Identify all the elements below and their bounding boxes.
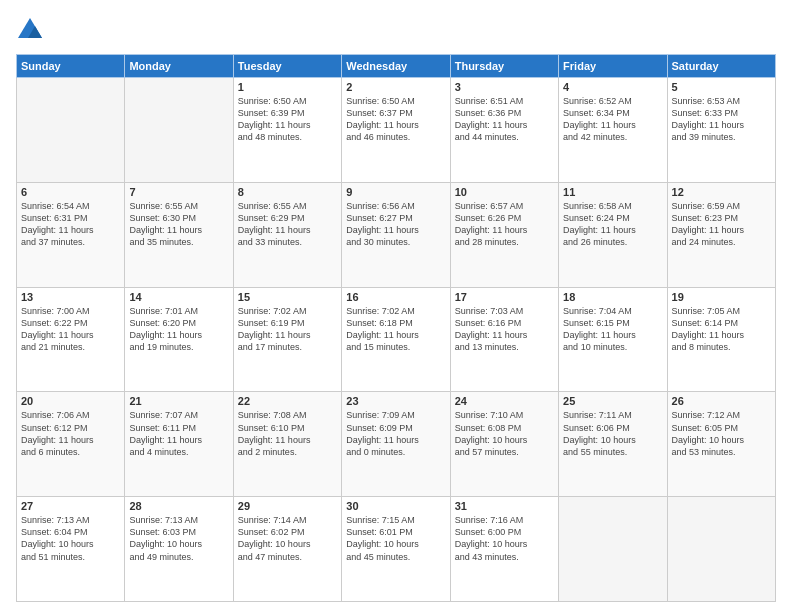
day-info: Sunrise: 7:08 AM Sunset: 6:10 PM Dayligh… bbox=[238, 409, 337, 458]
day-info: Sunrise: 7:02 AM Sunset: 6:19 PM Dayligh… bbox=[238, 305, 337, 354]
day-info: Sunrise: 6:51 AM Sunset: 6:36 PM Dayligh… bbox=[455, 95, 554, 144]
day-number: 19 bbox=[672, 291, 771, 303]
calendar-day-cell: 12Sunrise: 6:59 AM Sunset: 6:23 PM Dayli… bbox=[667, 182, 775, 287]
weekday-header-sunday: Sunday bbox=[17, 55, 125, 78]
weekday-header-thursday: Thursday bbox=[450, 55, 558, 78]
day-info: Sunrise: 6:50 AM Sunset: 6:39 PM Dayligh… bbox=[238, 95, 337, 144]
day-info: Sunrise: 6:55 AM Sunset: 6:29 PM Dayligh… bbox=[238, 200, 337, 249]
day-number: 16 bbox=[346, 291, 445, 303]
calendar-day-cell: 18Sunrise: 7:04 AM Sunset: 6:15 PM Dayli… bbox=[559, 287, 667, 392]
page: SundayMondayTuesdayWednesdayThursdayFrid… bbox=[0, 0, 792, 612]
day-info: Sunrise: 6:58 AM Sunset: 6:24 PM Dayligh… bbox=[563, 200, 662, 249]
day-number: 7 bbox=[129, 186, 228, 198]
day-info: Sunrise: 6:55 AM Sunset: 6:30 PM Dayligh… bbox=[129, 200, 228, 249]
calendar-day-cell: 5Sunrise: 6:53 AM Sunset: 6:33 PM Daylig… bbox=[667, 78, 775, 183]
calendar-day-cell bbox=[667, 497, 775, 602]
day-number: 15 bbox=[238, 291, 337, 303]
calendar-day-cell bbox=[559, 497, 667, 602]
day-number: 8 bbox=[238, 186, 337, 198]
calendar-day-cell: 19Sunrise: 7:05 AM Sunset: 6:14 PM Dayli… bbox=[667, 287, 775, 392]
day-number: 30 bbox=[346, 500, 445, 512]
calendar-day-cell: 24Sunrise: 7:10 AM Sunset: 6:08 PM Dayli… bbox=[450, 392, 558, 497]
day-number: 29 bbox=[238, 500, 337, 512]
day-info: Sunrise: 7:15 AM Sunset: 6:01 PM Dayligh… bbox=[346, 514, 445, 563]
day-info: Sunrise: 7:12 AM Sunset: 6:05 PM Dayligh… bbox=[672, 409, 771, 458]
day-info: Sunrise: 7:05 AM Sunset: 6:14 PM Dayligh… bbox=[672, 305, 771, 354]
day-info: Sunrise: 6:57 AM Sunset: 6:26 PM Dayligh… bbox=[455, 200, 554, 249]
calendar-day-cell: 14Sunrise: 7:01 AM Sunset: 6:20 PM Dayli… bbox=[125, 287, 233, 392]
day-info: Sunrise: 7:02 AM Sunset: 6:18 PM Dayligh… bbox=[346, 305, 445, 354]
calendar-day-cell: 16Sunrise: 7:02 AM Sunset: 6:18 PM Dayli… bbox=[342, 287, 450, 392]
day-number: 17 bbox=[455, 291, 554, 303]
day-info: Sunrise: 7:13 AM Sunset: 6:03 PM Dayligh… bbox=[129, 514, 228, 563]
calendar-day-cell: 23Sunrise: 7:09 AM Sunset: 6:09 PM Dayli… bbox=[342, 392, 450, 497]
day-number: 2 bbox=[346, 81, 445, 93]
calendar-day-cell: 6Sunrise: 6:54 AM Sunset: 6:31 PM Daylig… bbox=[17, 182, 125, 287]
calendar-week-row: 1Sunrise: 6:50 AM Sunset: 6:39 PM Daylig… bbox=[17, 78, 776, 183]
calendar-day-cell: 10Sunrise: 6:57 AM Sunset: 6:26 PM Dayli… bbox=[450, 182, 558, 287]
day-number: 24 bbox=[455, 395, 554, 407]
calendar-day-cell bbox=[17, 78, 125, 183]
calendar-day-cell: 26Sunrise: 7:12 AM Sunset: 6:05 PM Dayli… bbox=[667, 392, 775, 497]
day-number: 25 bbox=[563, 395, 662, 407]
day-number: 14 bbox=[129, 291, 228, 303]
day-info: Sunrise: 7:04 AM Sunset: 6:15 PM Dayligh… bbox=[563, 305, 662, 354]
day-number: 21 bbox=[129, 395, 228, 407]
day-number: 28 bbox=[129, 500, 228, 512]
logo bbox=[16, 16, 48, 44]
day-info: Sunrise: 6:56 AM Sunset: 6:27 PM Dayligh… bbox=[346, 200, 445, 249]
weekday-header-friday: Friday bbox=[559, 55, 667, 78]
header bbox=[16, 16, 776, 44]
calendar-day-cell: 20Sunrise: 7:06 AM Sunset: 6:12 PM Dayli… bbox=[17, 392, 125, 497]
day-number: 22 bbox=[238, 395, 337, 407]
calendar-day-cell: 2Sunrise: 6:50 AM Sunset: 6:37 PM Daylig… bbox=[342, 78, 450, 183]
day-number: 9 bbox=[346, 186, 445, 198]
day-info: Sunrise: 7:06 AM Sunset: 6:12 PM Dayligh… bbox=[21, 409, 120, 458]
day-info: Sunrise: 7:11 AM Sunset: 6:06 PM Dayligh… bbox=[563, 409, 662, 458]
calendar-day-cell: 3Sunrise: 6:51 AM Sunset: 6:36 PM Daylig… bbox=[450, 78, 558, 183]
weekday-header-wednesday: Wednesday bbox=[342, 55, 450, 78]
weekday-header-row: SundayMondayTuesdayWednesdayThursdayFrid… bbox=[17, 55, 776, 78]
day-number: 23 bbox=[346, 395, 445, 407]
weekday-header-tuesday: Tuesday bbox=[233, 55, 341, 78]
calendar-day-cell: 29Sunrise: 7:14 AM Sunset: 6:02 PM Dayli… bbox=[233, 497, 341, 602]
calendar-week-row: 13Sunrise: 7:00 AM Sunset: 6:22 PM Dayli… bbox=[17, 287, 776, 392]
day-number: 6 bbox=[21, 186, 120, 198]
day-number: 5 bbox=[672, 81, 771, 93]
day-info: Sunrise: 7:16 AM Sunset: 6:00 PM Dayligh… bbox=[455, 514, 554, 563]
calendar-day-cell: 4Sunrise: 6:52 AM Sunset: 6:34 PM Daylig… bbox=[559, 78, 667, 183]
day-info: Sunrise: 7:03 AM Sunset: 6:16 PM Dayligh… bbox=[455, 305, 554, 354]
calendar-day-cell bbox=[125, 78, 233, 183]
calendar-day-cell: 27Sunrise: 7:13 AM Sunset: 6:04 PM Dayli… bbox=[17, 497, 125, 602]
calendar-day-cell: 9Sunrise: 6:56 AM Sunset: 6:27 PM Daylig… bbox=[342, 182, 450, 287]
calendar-table: SundayMondayTuesdayWednesdayThursdayFrid… bbox=[16, 54, 776, 602]
day-number: 10 bbox=[455, 186, 554, 198]
calendar-day-cell: 1Sunrise: 6:50 AM Sunset: 6:39 PM Daylig… bbox=[233, 78, 341, 183]
calendar-day-cell: 25Sunrise: 7:11 AM Sunset: 6:06 PM Dayli… bbox=[559, 392, 667, 497]
day-info: Sunrise: 6:50 AM Sunset: 6:37 PM Dayligh… bbox=[346, 95, 445, 144]
day-number: 18 bbox=[563, 291, 662, 303]
day-number: 27 bbox=[21, 500, 120, 512]
calendar-week-row: 20Sunrise: 7:06 AM Sunset: 6:12 PM Dayli… bbox=[17, 392, 776, 497]
day-info: Sunrise: 7:01 AM Sunset: 6:20 PM Dayligh… bbox=[129, 305, 228, 354]
calendar-week-row: 6Sunrise: 6:54 AM Sunset: 6:31 PM Daylig… bbox=[17, 182, 776, 287]
day-number: 20 bbox=[21, 395, 120, 407]
calendar-week-row: 27Sunrise: 7:13 AM Sunset: 6:04 PM Dayli… bbox=[17, 497, 776, 602]
day-info: Sunrise: 6:59 AM Sunset: 6:23 PM Dayligh… bbox=[672, 200, 771, 249]
day-number: 11 bbox=[563, 186, 662, 198]
calendar-day-cell: 28Sunrise: 7:13 AM Sunset: 6:03 PM Dayli… bbox=[125, 497, 233, 602]
calendar-day-cell: 13Sunrise: 7:00 AM Sunset: 6:22 PM Dayli… bbox=[17, 287, 125, 392]
day-info: Sunrise: 7:00 AM Sunset: 6:22 PM Dayligh… bbox=[21, 305, 120, 354]
day-info: Sunrise: 6:52 AM Sunset: 6:34 PM Dayligh… bbox=[563, 95, 662, 144]
calendar-day-cell: 21Sunrise: 7:07 AM Sunset: 6:11 PM Dayli… bbox=[125, 392, 233, 497]
day-info: Sunrise: 6:54 AM Sunset: 6:31 PM Dayligh… bbox=[21, 200, 120, 249]
day-number: 4 bbox=[563, 81, 662, 93]
calendar-day-cell: 15Sunrise: 7:02 AM Sunset: 6:19 PM Dayli… bbox=[233, 287, 341, 392]
calendar-day-cell: 30Sunrise: 7:15 AM Sunset: 6:01 PM Dayli… bbox=[342, 497, 450, 602]
calendar-day-cell: 7Sunrise: 6:55 AM Sunset: 6:30 PM Daylig… bbox=[125, 182, 233, 287]
day-info: Sunrise: 7:07 AM Sunset: 6:11 PM Dayligh… bbox=[129, 409, 228, 458]
logo-icon bbox=[16, 16, 44, 44]
day-number: 13 bbox=[21, 291, 120, 303]
calendar-day-cell: 31Sunrise: 7:16 AM Sunset: 6:00 PM Dayli… bbox=[450, 497, 558, 602]
day-number: 26 bbox=[672, 395, 771, 407]
